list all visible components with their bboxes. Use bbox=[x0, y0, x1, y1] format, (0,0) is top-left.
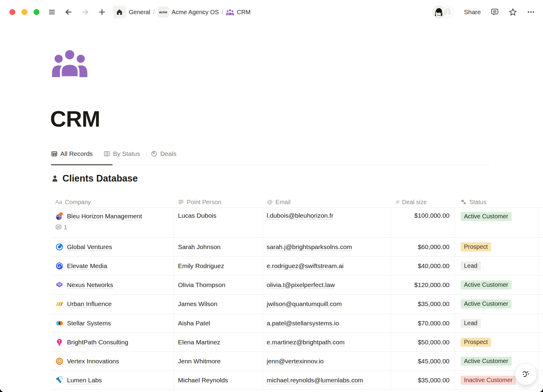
database-title-row: Clients Database bbox=[51, 173, 138, 184]
point-person-cell[interactable]: Lucas Dubois bbox=[174, 208, 263, 237]
email-cell[interactable]: jwilson@quantumquill.com bbox=[263, 295, 391, 313]
table-header: Aa Company Point Person @ Email # Deal s… bbox=[51, 197, 543, 207]
breadcrumb-workspace[interactable]: acme Acme Agency OS bbox=[157, 6, 219, 18]
company-link[interactable]: Vertex Innovations bbox=[67, 358, 119, 365]
email-cell[interactable]: sarah.j@brightsparksolns.com bbox=[263, 238, 391, 256]
status-badge: Prospect bbox=[461, 338, 491, 347]
column-header-email[interactable]: @ Email bbox=[263, 197, 391, 207]
point-person-cell[interactable]: Elena Martinez bbox=[174, 333, 263, 352]
table-row[interactable]: Bleu Horizon Management 1 Lucas Dubois l… bbox=[51, 208, 543, 238]
minimize-button[interactable] bbox=[21, 9, 27, 15]
deal-size-cell[interactable]: $120,000.00 bbox=[391, 276, 455, 294]
status-cell[interactable]: Active Customer bbox=[455, 276, 538, 294]
email-cell[interactable]: olivia.t@pixelperfect.law bbox=[263, 276, 391, 294]
table-row[interactable]: Global Ventures Sarah Johnson sarah.j@br… bbox=[51, 238, 543, 257]
share-button[interactable]: Share bbox=[464, 8, 481, 16]
table-row[interactable]: Elevate Media Emily Rodriguez e.rodrigue… bbox=[51, 257, 543, 276]
table-row[interactable]: Nexus Networks Olivia Thompson olivia.t@… bbox=[51, 276, 543, 295]
email-cell[interactable]: e.martinez@brightpath.com bbox=[263, 333, 391, 352]
status-cell[interactable]: Active Customer bbox=[455, 295, 538, 313]
column-divider[interactable] bbox=[538, 207, 538, 390]
comments-icon[interactable] bbox=[491, 8, 499, 16]
column-divider[interactable] bbox=[391, 207, 391, 390]
company-link[interactable]: Lumen Labs bbox=[67, 377, 102, 384]
breadcrumb-separator: / bbox=[153, 9, 155, 16]
sidebar-menu-icon[interactable] bbox=[48, 8, 56, 16]
new-page-icon[interactable] bbox=[98, 8, 106, 16]
table-row[interactable]: Vertex Innovations Jenn Whitmore jenn@ve… bbox=[51, 352, 543, 371]
favorite-star-icon[interactable] bbox=[509, 8, 517, 16]
more-options-icon[interactable] bbox=[527, 8, 535, 16]
point-person-cell[interactable]: Sarah Johnson bbox=[174, 238, 263, 256]
company-link[interactable]: Bleu Horizon Management bbox=[67, 213, 142, 220]
column-header-point-person[interactable]: Point Person bbox=[174, 197, 263, 207]
deal-size-cell[interactable]: $100,000.00 bbox=[391, 208, 455, 237]
deal-size-cell[interactable]: $35,000.00 bbox=[391, 295, 455, 313]
window-corner bbox=[538, 387, 543, 392]
column-divider[interactable] bbox=[263, 207, 263, 390]
point-person-cell[interactable]: Jenn Whitmore bbox=[174, 352, 263, 371]
maximize-button[interactable] bbox=[33, 9, 40, 15]
table-row[interactable]: T BrightPath Consulting Elena Martinez e… bbox=[51, 333, 543, 352]
column-header-status[interactable]: Status bbox=[455, 197, 538, 207]
point-person-cell[interactable]: Michael Reynolds bbox=[174, 371, 263, 390]
status-cell[interactable]: Lead bbox=[455, 314, 538, 333]
column-header-company[interactable]: Aa Company bbox=[51, 197, 174, 207]
status-cell[interactable]: Lead bbox=[455, 257, 538, 275]
status-cell[interactable]: Prospect bbox=[455, 238, 538, 256]
tab-all-records[interactable]: All Records bbox=[51, 150, 93, 159]
deal-size-cell[interactable]: $40,000.00 bbox=[391, 257, 455, 275]
email-cell[interactable]: a.patel@stellarsystems.io bbox=[263, 314, 391, 333]
point-person-cell[interactable]: Emily Rodriguez bbox=[174, 257, 263, 275]
at-glyph-icon: @ bbox=[267, 199, 273, 205]
table-row[interactable]: Stellar Systems Aisha Patel a.patel@stel… bbox=[51, 314, 543, 333]
comment-count[interactable]: 1 bbox=[55, 224, 142, 231]
home-button[interactable] bbox=[113, 6, 126, 18]
forward-icon[interactable] bbox=[81, 8, 90, 16]
deal-size-cell[interactable]: $35,000.00 bbox=[391, 371, 455, 390]
tab-by-status[interactable]: By Status bbox=[103, 150, 140, 159]
breadcrumb-page[interactable]: CRM bbox=[226, 9, 251, 16]
tab-deals[interactable]: Deals bbox=[151, 150, 176, 159]
page-icon-people-group[interactable] bbox=[51, 48, 88, 77]
deal-size-cell[interactable]: $60,000.00 bbox=[391, 238, 455, 256]
email-cell[interactable]: l.dubois@bleuhorizon.fr bbox=[263, 208, 391, 237]
collaborator-avatars[interactable] bbox=[433, 6, 454, 18]
company-logo-icon: T bbox=[55, 338, 64, 346]
breadcrumb-root[interactable]: General bbox=[129, 9, 150, 16]
deal-size-cell[interactable]: $50,000.00 bbox=[391, 333, 455, 352]
point-person-cell[interactable]: James Wilson bbox=[174, 295, 263, 313]
column-divider[interactable] bbox=[174, 207, 174, 390]
back-icon[interactable] bbox=[64, 8, 73, 16]
board-icon bbox=[103, 150, 110, 157]
column-divider[interactable] bbox=[455, 207, 455, 390]
company-link[interactable]: Global Ventures bbox=[67, 243, 112, 251]
table-row[interactable]: Lumen Labs Michael Reynolds michael.reyn… bbox=[51, 371, 543, 390]
point-person-cell[interactable]: Aisha Patel bbox=[174, 314, 263, 333]
titlebar-actions: Share bbox=[433, 0, 535, 24]
email-cell[interactable]: jenn@vertexinnov.io bbox=[263, 352, 391, 371]
table-icon bbox=[51, 150, 58, 157]
email-cell[interactable]: michael.reynolds@lumenlabs.com bbox=[263, 371, 391, 390]
company-logo-icon bbox=[55, 319, 64, 327]
company-link[interactable]: Stellar Systems bbox=[67, 320, 111, 327]
close-button[interactable] bbox=[9, 9, 15, 15]
status-badge: Inactive Customer bbox=[461, 376, 516, 385]
status-cell[interactable]: Prospect bbox=[455, 333, 538, 352]
window-corner bbox=[0, 387, 5, 392]
status-cell[interactable]: Active Customer bbox=[455, 208, 538, 237]
people-group-icon bbox=[226, 9, 234, 15]
company-link[interactable]: BrightPath Consulting bbox=[67, 339, 128, 346]
notion-ai-button[interactable] bbox=[515, 363, 537, 385]
table-row[interactable]: Urban Influence James Wilson jwilson@qua… bbox=[51, 295, 543, 314]
column-header-deal-size[interactable]: # Deal size bbox=[391, 197, 455, 207]
deal-size-cell[interactable]: $70,000.00 bbox=[391, 314, 455, 333]
company-logo-icon bbox=[55, 243, 64, 251]
company-link[interactable]: Nexus Networks bbox=[67, 281, 113, 289]
point-person-cell[interactable]: Olivia Thompson bbox=[174, 276, 263, 294]
status-badge: Active Customer bbox=[461, 280, 512, 289]
company-link[interactable]: Elevate Media bbox=[67, 262, 107, 270]
email-cell[interactable]: e.rodriguez@swiftstream.ai bbox=[263, 257, 391, 275]
company-link[interactable]: Urban Influence bbox=[67, 300, 112, 308]
deal-size-cell[interactable]: $45,000.00 bbox=[391, 352, 455, 371]
